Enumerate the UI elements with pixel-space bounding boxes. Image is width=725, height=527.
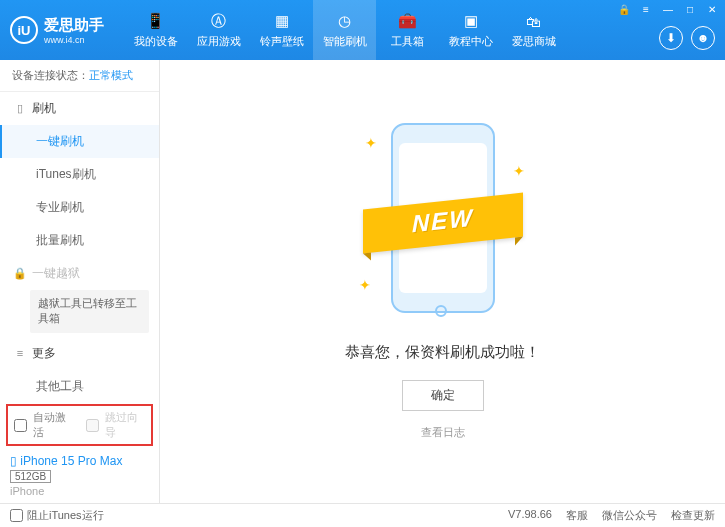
device-icon: 📱 [146,11,166,31]
sidebar-item-itunes-flash[interactable]: iTunes刷机 [0,158,159,191]
sparkle-icon: ✦ [513,163,525,179]
sidebar-cat-more[interactable]: ≡更多 [0,337,159,370]
footer: 阻止iTunes运行 V7.98.66 客服 微信公众号 检查更新 [0,503,725,527]
highlight-checkboxes: 自动激活 跳过向导 [6,404,153,446]
ok-button[interactable]: 确定 [402,380,484,411]
main-content: NEW ✦ ✦ ✦ 恭喜您，保资料刷机成功啦！ 确定 查看日志 [160,60,725,503]
sidebar: 设备连接状态：正常模式 ▯刷机 一键刷机 iTunes刷机 专业刷机 批量刷机 … [0,60,160,503]
more-icon: ≡ [14,347,26,359]
maximize-icon[interactable]: □ [683,4,697,15]
nav-smart-flash[interactable]: ◷智能刷机 [313,0,376,60]
brand-name: 爱思助手 [44,16,104,35]
lock-icon: 🔒 [14,268,26,280]
nav-toolbox[interactable]: 🧰工具箱 [376,0,439,60]
sparkle-icon: ✦ [365,135,377,151]
download-button[interactable]: ⬇ [659,26,683,50]
store-icon: 🛍 [524,11,544,31]
version-label: V7.98.66 [508,508,552,523]
flash-icon: ◷ [335,11,355,31]
auto-activate-checkbox[interactable] [14,419,27,432]
phone-icon: ▯ [14,103,26,115]
sparkle-icon: ✦ [359,277,371,293]
header-actions: ⬇ ☻ [659,26,715,50]
connection-status: 设备连接状态：正常模式 [0,60,159,92]
sidebar-item-batch-flash[interactable]: 批量刷机 [0,224,159,257]
sidebar-item-other-tools[interactable]: 其他工具 [0,370,159,402]
sidebar-item-pro-flash[interactable]: 专业刷机 [0,191,159,224]
block-itunes-checkbox[interactable] [10,509,23,522]
nav-apps-games[interactable]: Ⓐ应用游戏 [187,0,250,60]
view-log-link[interactable]: 查看日志 [421,425,465,440]
apps-icon: Ⓐ [209,11,229,31]
skip-guide-label: 跳过向导 [105,410,146,440]
nav-my-device[interactable]: 📱我的设备 [124,0,187,60]
nav-store[interactable]: 🛍爱思商城 [502,0,565,60]
block-itunes-label: 阻止iTunes运行 [27,508,104,523]
minimize-icon[interactable]: — [661,4,675,15]
footer-wechat[interactable]: 微信公众号 [602,508,657,523]
nav-ringtones[interactable]: ▦铃声壁纸 [250,0,313,60]
sidebar-jailbreak-note: 越狱工具已转移至工具箱 [30,290,149,333]
skip-guide-checkbox [86,419,99,432]
logo-area: iU 爱思助手 www.i4.cn [10,16,104,45]
logo-icon: iU [10,16,38,44]
sidebar-cat-jailbreak: 🔒一键越狱 [0,257,159,290]
success-illustration: NEW ✦ ✦ ✦ [373,123,513,323]
device-model: iPhone [10,485,149,497]
brand-url: www.i4.cn [44,35,104,45]
top-nav: 📱我的设备 Ⓐ应用游戏 ▦铃声壁纸 ◷智能刷机 🧰工具箱 ▣教程中心 🛍爱思商城 [124,0,565,60]
footer-update[interactable]: 检查更新 [671,508,715,523]
close-icon[interactable]: ✕ [705,4,719,15]
ring-icon: ▦ [272,11,292,31]
user-button[interactable]: ☻ [691,26,715,50]
menu-icon[interactable]: ≡ [639,4,653,15]
app-header: iU 爱思助手 www.i4.cn 📱我的设备 Ⓐ应用游戏 ▦铃声壁纸 ◷智能刷… [0,0,725,60]
sidebar-item-oneclick-flash[interactable]: 一键刷机 [0,125,159,158]
device-name: iPhone 15 Pro Max [20,454,122,468]
nav-tutorials[interactable]: ▣教程中心 [439,0,502,60]
device-storage: 512GB [10,470,51,483]
tutorial-icon: ▣ [461,11,481,31]
phone-small-icon: ▯ [10,454,17,468]
window-controls: 🔒 ≡ — □ ✕ [617,4,719,15]
success-message: 恭喜您，保资料刷机成功啦！ [345,343,540,362]
auto-activate-label: 自动激活 [33,410,74,440]
toolbox-icon: 🧰 [398,11,418,31]
sidebar-cat-flash[interactable]: ▯刷机 [0,92,159,125]
footer-support[interactable]: 客服 [566,508,588,523]
lock-icon[interactable]: 🔒 [617,4,631,15]
device-info[interactable]: ▯ iPhone 15 Pro Max 512GB iPhone [0,448,159,503]
